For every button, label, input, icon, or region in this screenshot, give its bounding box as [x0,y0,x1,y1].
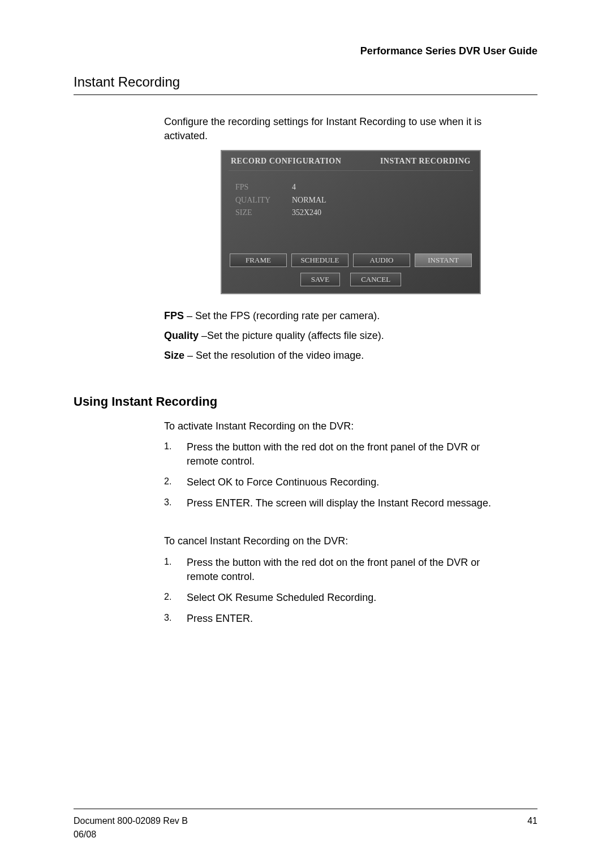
activate-intro: To activate Instant Recording on the DVR… [164,419,509,433]
definition-desc: – Set the resolution of the video image. [184,350,364,361]
activate-steps-list: Press the button with the red dot on the… [164,440,509,511]
setting-row-size: SIZE 352X240 [235,207,466,219]
section-title: Instant Recording [74,74,537,90]
doc-header-title: Performance Series DVR User Guide [74,45,537,57]
page-footer: Document 800-02089 Rev B 41 06/08 [74,809,537,840]
setting-row-quality: QUALITY NORMAL [235,194,466,207]
setting-row-fps: FPS 4 [235,181,466,194]
step-text: Select OK Resume Scheduled Recording. [187,591,376,605]
tab-schedule: SCHEDULE [291,253,348,267]
setting-label: QUALITY [235,194,292,207]
record-config-screenshot: RECORD CONFIGURATION INSTANT RECORDING F… [221,150,481,294]
screenshot-title-left: RECORD CONFIGURATION [231,157,341,166]
footer-page-number: 41 [527,816,537,826]
footer-doc-ref: Document 800-02089 Rev B [74,816,188,826]
cancel-intro: To cancel Instant Recording on the DVR: [164,534,509,548]
definition-quality: Quality –Set the picture quality (affect… [164,328,509,343]
setting-value: 4 [292,181,296,194]
screenshot-actions: SAVE CANCEL [229,273,473,286]
definition-fps: FPS – Set the FPS (recording rate per ca… [164,308,509,324]
definition-size: Size – Set the resolution of the video i… [164,348,509,363]
save-button-img: SAVE [300,273,340,286]
list-item: Press the button with the red dot on the… [164,556,509,584]
setting-label: SIZE [235,207,292,219]
footer-divider [74,809,537,809]
setting-value: 352X240 [292,207,321,219]
setting-value: NORMAL [292,194,326,207]
section-divider [74,94,537,95]
screenshot-title-right: INSTANT RECORDING [380,157,471,166]
tab-audio: AUDIO [353,253,410,267]
screenshot-container: RECORD CONFIGURATION INSTANT RECORDING F… [221,150,537,294]
step-text: Press ENTER. [187,612,253,626]
step-text: Press the button with the red dot on the… [187,556,509,584]
section-intro: Configure the recording settings for Ins… [164,115,509,143]
list-item: Press ENTER. [164,612,509,626]
step-text: Select OK to Force Continuous Recording. [187,475,379,489]
cancel-button-img: CANCEL [350,273,401,286]
definition-term: Size [164,350,184,361]
list-item: Press ENTER. The screen will display the… [164,496,509,510]
list-item: Press the button with the red dot on the… [164,440,509,469]
cancel-steps-list: Press the button with the red dot on the… [164,556,509,626]
screenshot-tabs: FRAME SCHEDULE AUDIO INSTANT [229,253,473,267]
subsection-title: Using Instant Recording [74,394,537,409]
tab-frame: FRAME [230,253,287,267]
screenshot-header: RECORD CONFIGURATION INSTANT RECORDING [229,156,473,171]
tab-instant: INSTANT [415,253,472,267]
setting-label: FPS [235,181,292,194]
list-item: Select OK Resume Scheduled Recording. [164,591,509,605]
definition-term: FPS [164,310,184,321]
definition-desc: –Set the picture quality (affects file s… [199,330,384,341]
list-item: Select OK to Force Continuous Recording. [164,475,509,489]
step-text: Press ENTER. The screen will display the… [187,496,491,510]
step-text: Press the button with the red dot on the… [187,440,509,469]
footer-date: 06/08 [74,830,537,840]
definition-desc: – Set the FPS (recording rate per camera… [184,310,380,321]
definition-term: Quality [164,330,199,341]
screenshot-body: FPS 4 QUALITY NORMAL SIZE 352X240 [229,171,473,253]
